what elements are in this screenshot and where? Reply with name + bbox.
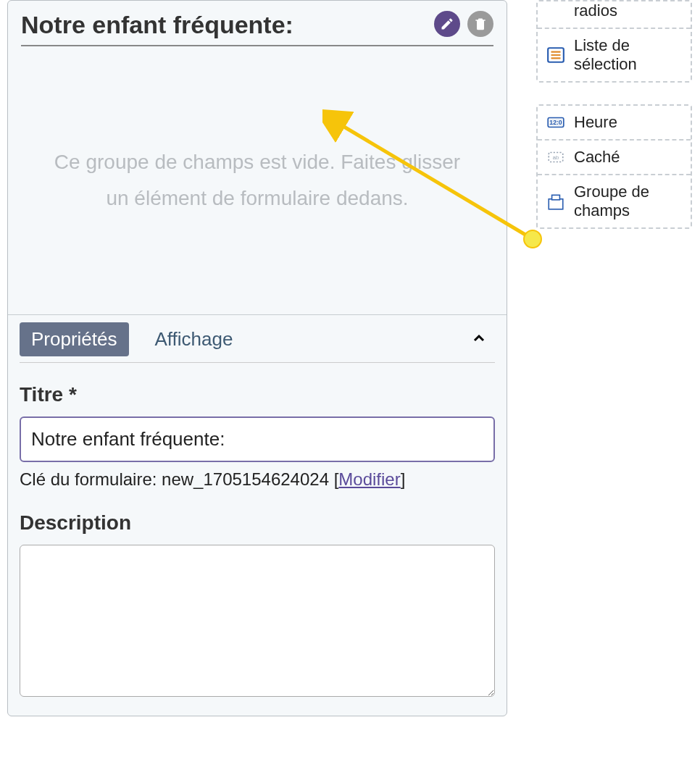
dropzone-placeholder: Ce groupe de champs est vide. Faites gli…: [51, 144, 463, 217]
palette-item-radios[interactable]: radios: [538, 1, 691, 29]
elements-palette: radios Liste de sélection 12:0 Heure ab …: [536, 0, 692, 251]
svg-rect-9: [552, 195, 560, 200]
palette-item-label: radios: [574, 1, 617, 20]
properties-header: Propriétés Affichage: [20, 322, 495, 363]
tab-properties[interactable]: Propriétés: [20, 322, 129, 356]
tab-display[interactable]: Affichage: [143, 322, 245, 356]
panel-header: Notre enfant fréquente:: [8, 1, 507, 39]
palette-item-label: Heure: [574, 113, 617, 132]
palette-item-time[interactable]: 12:0 Heure: [538, 106, 691, 141]
field-group-panel: Notre enfant fréquente: Ce groupe de cha…: [7, 0, 507, 716]
palette-item-select-list[interactable]: Liste de sélection: [538, 29, 691, 81]
chevron-up-icon: [470, 330, 488, 347]
pencil-icon: [440, 17, 454, 31]
svg-rect-8: [549, 199, 563, 209]
select-list-icon: [546, 46, 565, 64]
trash-icon: [473, 17, 488, 31]
edit-button[interactable]: [434, 11, 460, 37]
form-key-value: new_1705154624024: [162, 469, 329, 489]
palette-group-2: 12:0 Heure ab Caché Groupe de champs: [536, 104, 692, 229]
fieldset-icon: [546, 192, 565, 211]
title-input[interactable]: [20, 416, 495, 462]
properties-panel: Propriétés Affichage Titre * Clé du form…: [8, 314, 507, 716]
palette-item-label: Caché: [574, 148, 620, 167]
form-key-modify-link[interactable]: Modifier: [338, 469, 400, 489]
description-label: Description: [20, 511, 495, 535]
palette-item-fieldset[interactable]: Groupe de champs: [538, 175, 691, 227]
title-field-label: Titre *: [20, 383, 495, 406]
form-key-row: Clé du formulaire: new_1705154624024 [Mo…: [20, 469, 495, 490]
delete-button[interactable]: [467, 11, 493, 37]
panel-title: Notre enfant fréquente:: [21, 11, 293, 39]
description-textarea[interactable]: [20, 545, 495, 697]
header-actions: [434, 11, 493, 37]
time-icon: 12:0: [546, 113, 565, 132]
svg-text:12:0: 12:0: [549, 119, 562, 126]
palette-group-1: radios Liste de sélection: [536, 0, 692, 83]
palette-item-hidden[interactable]: ab Caché: [538, 141, 691, 175]
tabs: Propriétés Affichage: [20, 322, 244, 356]
hidden-icon: ab: [546, 148, 565, 167]
palette-item-label: Groupe de champs: [574, 183, 683, 220]
svg-text:ab: ab: [553, 154, 559, 161]
form-key-prefix: Clé du formulaire:: [20, 469, 162, 489]
palette-item-label: Liste de sélection: [574, 36, 683, 74]
collapse-toggle[interactable]: [463, 326, 495, 353]
dropzone[interactable]: Ce groupe de champs est vide. Faites gli…: [8, 46, 507, 314]
